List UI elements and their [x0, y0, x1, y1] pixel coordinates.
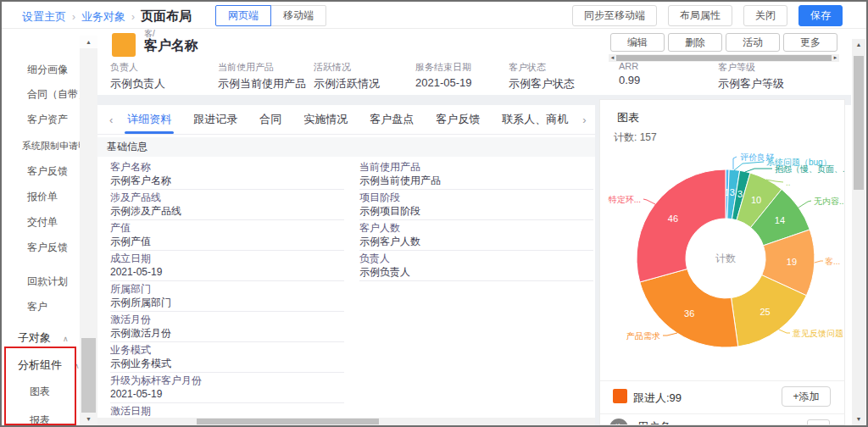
horizontal-scrollbar[interactable]	[97, 418, 595, 425]
edit-button[interactable]: 编辑	[610, 33, 665, 52]
header-field: 负责人示例负责人	[110, 61, 165, 92]
scroll-down-icon[interactable]: ▼	[852, 413, 865, 425]
field-value: 示例项目阶段	[359, 205, 593, 217]
field-value: 示例所属部门	[110, 297, 344, 308]
breadcrumb: 设置主页 › 业务对象 › 页面布局	[22, 8, 192, 25]
field-label: 当前使用产品	[359, 161, 593, 173]
sidebar-item[interactable]: 回款计划	[27, 274, 68, 289]
header-field: 客户等级示例客户等级	[718, 61, 784, 92]
more-button[interactable]: 更多	[783, 33, 837, 52]
fields-column-right: 当前使用产品示例当前使用产品 项目阶段示例项目阶段 客户人数示例客户人数 负责人…	[359, 161, 593, 283]
scrollbar-thumb[interactable]	[197, 419, 379, 424]
tab-contract[interactable]: 合同	[248, 105, 292, 135]
label-leader-line	[779, 330, 790, 333]
add-follower-button[interactable]: +添加	[782, 386, 831, 407]
sidebar-item[interactable]: 客户资产	[27, 113, 68, 127]
sidebar-group-sub-objects[interactable]: 子对象∧	[18, 330, 69, 346]
sidebar-item[interactable]: 客户反馈	[27, 164, 68, 179]
sidebar-scrollbar[interactable]: ▲ ▼	[80, 36, 97, 425]
field-value: 示例客户人数	[359, 236, 593, 247]
field-label: 升级为标杆客户月份	[110, 374, 344, 386]
scrollbar-thumb[interactable]	[81, 338, 96, 419]
breadcrumb-link-objects[interactable]: 业务对象	[81, 9, 125, 25]
close-button[interactable]: 关闭	[743, 5, 787, 26]
user-name: 用户名	[637, 419, 670, 425]
field-row: 客户人数示例客户人数	[359, 222, 593, 251]
scroll-right-icon[interactable]: ►	[832, 54, 839, 62]
scroll-left-icon[interactable]: ◄	[609, 54, 616, 62]
sidebar-group-label: 子对象	[18, 331, 51, 344]
activity-button[interactable]: 活动	[726, 33, 780, 52]
layout-properties-button[interactable]: 布局属性	[668, 5, 732, 26]
tab-customer-review[interactable]: 客户盘点	[359, 105, 425, 135]
tab-contacts-opportunities[interactable]: 联系人、商机	[491, 105, 579, 135]
field-label: 客户名称	[110, 161, 344, 173]
field-value: 示例业务模式	[110, 358, 344, 369]
field-value: 示例负责人	[110, 76, 165, 92]
scroll-up-icon[interactable]: ▲	[80, 36, 97, 48]
app-window: 设置主页 › 业务对象 › 页面布局 网页端 移动端 同步至移动端 布局属性 关…	[0, 0, 868, 427]
section-title: 基础信息	[97, 137, 595, 157]
field-label: 成立日期	[110, 252, 344, 264]
field-value: 2021-05-19	[110, 388, 344, 400]
field-row: 产值示例产值	[110, 222, 344, 251]
main-vertical-scrollbar[interactable]: ▲ ▼	[852, 39, 865, 425]
sidebar-item-report[interactable]: 报表	[30, 413, 50, 427]
scroll-down-icon[interactable]: ▼	[80, 413, 97, 425]
scrollbar-thumb[interactable]	[616, 55, 832, 61]
field-row: 业务模式示例业务模式	[110, 344, 344, 373]
donut-chart: 1评价良好3系统问题（bug）3抱怨（慢、页面、...10..14无内容...1…	[600, 142, 845, 380]
tab-customer-feedback[interactable]: 客户反馈	[425, 105, 491, 135]
label-leader-line	[798, 201, 811, 208]
scroll-up-icon[interactable]: ▲	[852, 39, 865, 51]
sidebar: 细分画像 合同（自带） 客户资产 系统限制申请明... 客户反馈 报价单 交付单…	[2, 29, 97, 425]
field-label: 业务模式	[110, 344, 344, 356]
fields-column-left: 客户名称示例客户名称 涉及产品线示例涉及产品线 产值示例产值 成立日期2021-…	[110, 161, 344, 425]
record-title: 客户名称	[144, 37, 198, 55]
sidebar-item[interactable]: 交付单	[27, 215, 58, 230]
field-row: 涉及产品线示例涉及产品线	[110, 191, 344, 220]
sidebar-group-label: 分析组件	[18, 358, 62, 371]
sidebar-item[interactable]: 报价单	[27, 190, 58, 204]
scrollbar-thumb[interactable]	[854, 56, 864, 190]
chevron-up-icon: ∧	[63, 335, 69, 343]
label-leader-line	[745, 169, 772, 172]
label-leader-line	[663, 333, 677, 336]
user-dropdown-button[interactable]: ▼	[807, 419, 830, 425]
sidebar-item[interactable]: 细分画像	[27, 63, 68, 77]
field-value: 0.99	[619, 74, 640, 86]
tab-bar: ‹ 详细资料 跟进记录 合同 实施情况 客户盘点 客户反馈 联系人、商机 ›	[97, 105, 595, 135]
tab-implementation[interactable]: 实施情况	[292, 105, 359, 135]
field-label: 客户等级	[718, 61, 784, 74]
slice-value-label: 25	[760, 307, 770, 317]
sidebar-item[interactable]: 客户反馈	[27, 241, 68, 255]
field-value: 示例客户名称	[110, 175, 344, 186]
slice-category-label: 客...	[825, 257, 840, 266]
slice-value-label: 36	[684, 308, 694, 319]
field-row: 激活月份示例激活月份	[110, 313, 344, 342]
toggle-web[interactable]: 网页端	[215, 5, 271, 26]
sidebar-group-analysis[interactable]: 分析组件∧	[18, 358, 80, 373]
slice-value-label: 3	[737, 189, 743, 199]
slice-value-label: 19	[787, 257, 797, 267]
sidebar-item-chart[interactable]: 图表	[30, 385, 50, 399]
slice-value-label: 14	[775, 215, 785, 225]
tab-follow-records[interactable]: 跟进记录	[182, 105, 248, 135]
slice-value-label: 3	[730, 187, 735, 197]
sidebar-item[interactable]: 客户	[27, 300, 47, 314]
label-leader-line	[815, 261, 823, 263]
toggle-mobile[interactable]: 移动端	[270, 5, 326, 26]
save-button[interactable]: 保存	[798, 5, 843, 26]
breadcrumb-link-home[interactable]: 设置主页	[22, 9, 66, 25]
delete-button[interactable]: 删除	[668, 33, 722, 52]
tab-detail[interactable]: 详细资料	[116, 105, 182, 135]
field-row: 所属部门示例所属部门	[110, 283, 344, 312]
field-value: 示例活跃情况	[314, 76, 380, 92]
top-bar: 设置主页 › 业务对象 › 页面布局 网页端 移动端 同步至移动端 布局属性 关…	[2, 2, 866, 29]
tabs-scroll-left-icon[interactable]: ‹	[106, 114, 116, 126]
pie-slice	[637, 169, 726, 282]
field-label: 涉及产品线	[110, 191, 344, 203]
sync-to-mobile-button[interactable]: 同步至移动端	[572, 5, 657, 26]
tabs-scroll-right-icon[interactable]: ›	[579, 114, 589, 126]
field-label: 产值	[110, 222, 344, 234]
